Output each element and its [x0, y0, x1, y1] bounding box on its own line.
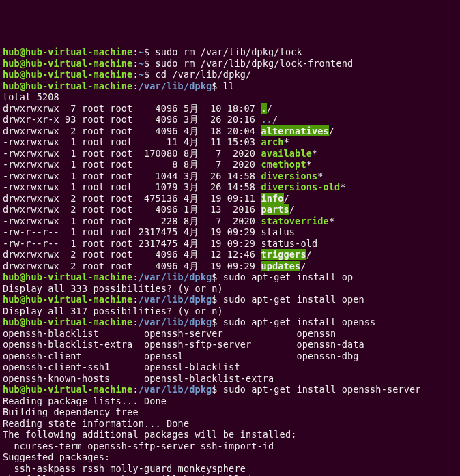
completion-item: openssh-server [144, 328, 297, 339]
perm: drwxr-xr-x [3, 114, 59, 125]
command: sudo rm /var/lib/dpkg/lock [156, 46, 302, 57]
prompt-user-host: hub@hub-virtual-machine [3, 294, 132, 305]
prompt-user-host: hub@hub-virtual-machine [3, 69, 132, 80]
file-updates: updates [261, 261, 300, 271]
prompt-path: ~ [139, 58, 144, 69]
perm: -rw-r--r-- [3, 226, 59, 237]
prompt-path: /var/lib/dpkg [139, 294, 212, 305]
perm: drwxrwxrwx [3, 125, 59, 136]
command: sudo apt-get install openss [223, 316, 376, 327]
perm: drwxrwxrwx [3, 249, 59, 260]
prompt-user-host: hub@hub-virtual-machine [3, 271, 132, 282]
prompt-user-host: hub@hub-virtual-machine [3, 58, 132, 69]
prompt-user-host: hub@hub-virtual-machine [3, 384, 132, 395]
file-status: status [261, 226, 295, 237]
completion-item: openssh-client [3, 351, 144, 361]
command: sudo rm /var/lib/dpkg/lock-frontend [156, 58, 354, 69]
command: cd /var/lib/dpkg/ [156, 69, 252, 80]
command: sudo apt-get install openssh-server [223, 384, 421, 395]
perm: -rwxrwxrwx [3, 136, 59, 147]
command: sudo apt-get install op [223, 271, 353, 282]
prompt-user-host: hub@hub-virtual-machine [3, 316, 132, 327]
file-available: available [261, 148, 312, 159]
file-.: . [261, 103, 266, 114]
perm: -rwxrwxrwx [3, 181, 59, 192]
file-alternatives: alternatives [261, 125, 328, 136]
ll-total: total 5208 [3, 91, 59, 102]
apt-line: The following additional packages will b… [3, 429, 296, 440]
completion-item: openssl-blacklist-extra [144, 373, 297, 384]
prompt-path: /var/lib/dpkg [139, 316, 212, 327]
file-diversions: diversions [261, 170, 317, 181]
apt-line: Building dependency tree [3, 406, 139, 417]
perm: -rwxrwxrwx [3, 148, 59, 159]
completion-item: openssh-sftp-server [144, 339, 297, 350]
file-parts: parts [261, 204, 289, 215]
prompt-path: ~ [139, 46, 144, 57]
completion-item: openssl [144, 351, 297, 361]
file-info: info [261, 193, 283, 204]
file-diversions-old: diversions-old [261, 181, 340, 192]
file-statoverride: statoverride [261, 215, 328, 226]
file-..: .. [261, 114, 272, 125]
tab-prompt: Display all 333 possibilities? (y or n) [3, 283, 223, 294]
terminal-output[interactable]: hub@hub-virtual-machine:~$ sudo rm /var/… [3, 46, 457, 476]
completion-item: openssn-dbg [296, 351, 358, 361]
file-cmethopt: cmethopt [261, 159, 306, 170]
apt-line: ncurses-term openssh-sftp-server ssh-imp… [3, 441, 274, 451]
apt-line: Reading state information... Done [3, 418, 189, 429]
file-triggers: triggers [261, 249, 306, 260]
prompt-user-host: hub@hub-virtual-machine [3, 46, 132, 57]
prompt-path: /var/lib/dpkg [139, 271, 212, 282]
prompt-path: ~ [139, 69, 144, 80]
completion-item: openssh-blacklist-extra [3, 339, 144, 350]
apt-line: Reading package lists... Done [3, 396, 167, 406]
command: ll [223, 80, 235, 91]
completion-item: openssh-client-ssh1 [3, 361, 144, 372]
prompt-path: /var/lib/dpkg [139, 80, 212, 91]
perm: -rwxrwxrwx [3, 159, 59, 170]
command: sudo apt-get install open [223, 294, 364, 305]
perm: drwxrwxrwx [3, 193, 59, 204]
completion-item: openssh-known-hosts [3, 373, 144, 384]
file-status-old: status-old [261, 238, 317, 249]
perm: drwxrwxrwx [3, 103, 59, 114]
perm: drwxrwxrwx [3, 204, 59, 215]
apt-line: ssh-askpass rssh molly-guard monkeyspher… [3, 463, 246, 474]
perm: -rwxrwxrwx [3, 170, 59, 181]
apt-line: Suggested packages: [3, 451, 110, 462]
perm: -rwxrwxrwx [3, 215, 59, 226]
prompt-user-host: hub@hub-virtual-machine [3, 80, 132, 91]
completion-item: openssn-data [296, 339, 364, 350]
tab-prompt: Display all 317 possibilities? (y or n) [3, 306, 223, 316]
completion-item: openssl-blacklist [144, 361, 297, 372]
completion-item: openssh-blacklist [3, 328, 144, 339]
file-arch: arch [261, 136, 283, 147]
completion-item: openssn [296, 328, 336, 339]
perm: drwxrwxrwx [3, 261, 59, 271]
prompt-path: /var/lib/dpkg [139, 384, 212, 395]
perm: -rw-r--r-- [3, 238, 59, 249]
